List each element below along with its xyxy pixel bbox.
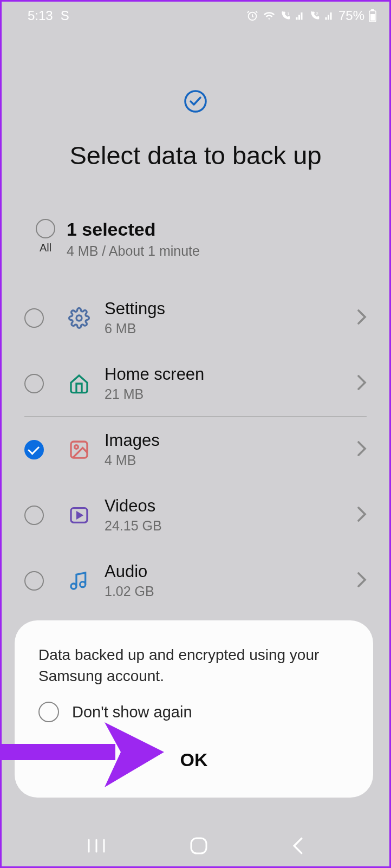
svg-point-6 <box>185 91 206 112</box>
home-button[interactable] <box>189 836 208 856</box>
selected-count: 1 selected <box>67 219 200 240</box>
video-icon <box>63 504 95 526</box>
item-label: Settings <box>105 299 357 319</box>
checkbox-videos[interactable] <box>24 506 44 525</box>
list-item-images[interactable]: Images 4 MB <box>2 417 389 482</box>
alarm-icon <box>246 10 258 22</box>
dont-show-label: Don't show again <box>72 703 192 721</box>
page-header: Select data to back up <box>2 30 389 219</box>
audio-icon <box>63 570 95 592</box>
svg-point-9 <box>75 445 79 449</box>
status-bar: 5:13 S 1 2 75% <box>2 2 389 30</box>
sim1-call-icon: 1 <box>280 10 291 21</box>
svg-rect-5 <box>370 14 375 21</box>
wifi-icon <box>263 10 276 22</box>
svg-text:1: 1 <box>287 11 289 16</box>
back-button[interactable] <box>290 837 305 855</box>
svg-point-7 <box>76 315 82 321</box>
signal1-icon <box>295 11 305 21</box>
checkbox-audio[interactable] <box>24 571 44 591</box>
image-icon <box>63 439 95 461</box>
recents-button[interactable] <box>86 838 107 854</box>
svg-text:2: 2 <box>316 11 318 16</box>
item-label: Videos <box>105 496 357 516</box>
page-title: Select data to back up <box>18 140 373 170</box>
battery-icon <box>369 9 376 22</box>
chevron-right-icon <box>357 572 367 590</box>
gear-icon <box>63 307 95 329</box>
dont-show-checkbox[interactable] <box>38 702 59 722</box>
item-size: 21 MB <box>105 386 357 402</box>
signal2-icon <box>324 11 334 21</box>
status-app-indicator: S <box>61 8 69 23</box>
sim2-call-icon: 2 <box>309 10 320 21</box>
checkbox-settings[interactable] <box>24 308 44 328</box>
list-item-audio[interactable]: Audio 1.02 GB <box>2 548 389 613</box>
home-icon <box>63 373 95 394</box>
selected-details: 4 MB / About 1 minute <box>67 243 200 259</box>
info-popup: Data backed up and encrypted using your … <box>15 620 373 798</box>
battery-percentage: 75% <box>338 8 364 23</box>
dont-show-again-row[interactable]: Don't show again <box>38 702 349 722</box>
list-item-settings[interactable]: Settings 6 MB <box>2 285 389 351</box>
chevron-right-icon <box>357 374 367 393</box>
checkbox-home-screen[interactable] <box>24 374 44 393</box>
svg-point-12 <box>80 581 86 587</box>
item-label: Images <box>105 431 357 450</box>
backup-items-list: Settings 6 MB Home screen 21 MB <box>2 285 389 613</box>
svg-point-11 <box>71 584 76 589</box>
system-nav-bar <box>2 825 389 866</box>
list-item-home-screen[interactable]: Home screen 21 MB <box>2 351 389 416</box>
select-all-checkbox[interactable] <box>36 219 55 238</box>
ok-button[interactable]: OK <box>38 739 349 781</box>
list-item-videos[interactable]: Videos 24.15 GB <box>2 482 389 548</box>
item-size: 4 MB <box>105 452 357 468</box>
select-all-label: All <box>40 242 51 254</box>
item-size: 24.15 GB <box>105 518 357 534</box>
chevron-right-icon <box>357 309 367 327</box>
check-circle-icon <box>18 89 373 113</box>
item-size: 1.02 GB <box>105 584 357 599</box>
status-time: 5:13 <box>28 8 53 23</box>
item-label: Home screen <box>105 365 357 384</box>
checkbox-images[interactable] <box>24 440 44 459</box>
svg-rect-18 <box>191 838 206 853</box>
selection-summary: All 1 selected 4 MB / About 1 minute <box>2 219 389 285</box>
item-size: 6 MB <box>105 321 357 336</box>
chevron-right-icon <box>357 441 367 459</box>
popup-message: Data backed up and encrypted using your … <box>38 644 349 686</box>
chevron-right-icon <box>357 506 367 524</box>
item-label: Audio <box>105 562 357 581</box>
